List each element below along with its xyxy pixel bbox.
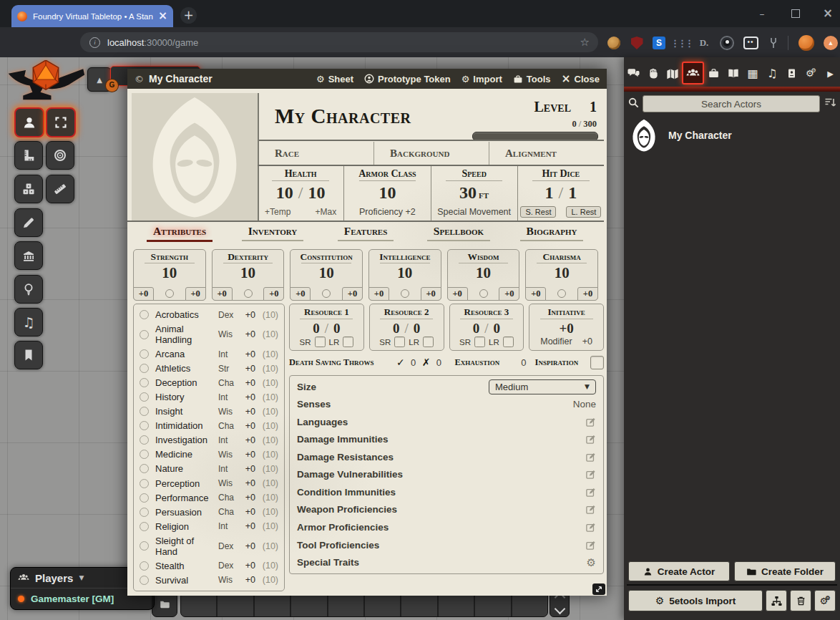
target-tool-button[interactable] — [46, 141, 74, 170]
skill-row[interactable]: Athletics Str +0 (10) — [140, 363, 278, 374]
page-down-icon[interactable] — [554, 603, 565, 614]
skill-proficiency-radio[interactable] — [140, 364, 149, 373]
window-minimize-button[interactable] — [748, 0, 776, 27]
armor-class-block[interactable]: Armor Class 10 Proficiency +2 — [343, 166, 430, 221]
skill-row[interactable]: Insight Wis +0 (10) — [140, 406, 278, 417]
speed-value[interactable]: 30ft — [459, 183, 489, 202]
ability-block[interactable]: Wisdom 10 +0 +0 — [447, 249, 520, 301]
search-actors-input[interactable] — [643, 95, 820, 112]
prototype-token-button[interactable]: Prototype Token — [364, 74, 451, 84]
save-proficiency-radio[interactable] — [165, 289, 174, 298]
sr-checkbox[interactable] — [394, 336, 405, 347]
exhaustion-value[interactable]: 0 — [521, 357, 526, 368]
initiative-modifier[interactable]: +0 — [582, 336, 592, 347]
tab-compendium[interactable] — [782, 61, 801, 85]
window-maximize-button[interactable] — [781, 0, 810, 27]
hit-dice-block[interactable]: Hit Dice 1/1 S. Rest L. Rest — [517, 166, 604, 221]
ublock-extension-icon[interactable] — [629, 35, 645, 51]
grid-extension-icon[interactable]: ⋮⋮⋮ — [673, 35, 689, 51]
edit-icon[interactable] — [585, 504, 596, 515]
create-actor-button[interactable]: Create Actor — [628, 561, 730, 581]
tab-combat[interactable] — [643, 61, 663, 85]
hp-values[interactable]: 10/10 — [276, 183, 326, 202]
tab-playlists[interactable] — [763, 61, 782, 85]
skill-row[interactable]: History Int +0 (10) — [140, 392, 278, 402]
ability-save[interactable]: +0 — [263, 287, 284, 301]
initiative-value[interactable]: +0 — [559, 321, 573, 336]
skill-proficiency-radio[interactable] — [140, 508, 149, 517]
macro-slot[interactable] — [181, 592, 218, 616]
resource-title[interactable]: Resource 3 — [464, 306, 509, 318]
window-resize-handle[interactable] — [592, 583, 605, 595]
ability-save[interactable]: +0 — [577, 287, 598, 301]
macro-slot[interactable] — [218, 592, 254, 616]
character-name[interactable]: My Character — [275, 105, 411, 128]
drawing-controls-button[interactable] — [14, 208, 43, 237]
skill-proficiency-radio[interactable] — [140, 522, 149, 531]
level-display[interactable]: Level1 — [534, 99, 597, 115]
notes-controls-button[interactable] — [14, 341, 43, 369]
save-proficiency-radio[interactable] — [244, 289, 253, 298]
lighting-controls-button[interactable] — [14, 275, 43, 304]
skill-row[interactable]: Persuasion Cha +0 (10) — [140, 507, 278, 518]
lr-checkbox[interactable] — [423, 336, 434, 347]
skill-row[interactable]: Arcana Int +0 (10) — [140, 349, 278, 359]
settings-button[interactable] — [814, 590, 836, 611]
death-successes[interactable]: 0 — [408, 357, 419, 368]
detail-field[interactable]: Race — [259, 142, 373, 165]
tab-close-icon[interactable] — [158, 11, 167, 21]
skill-proficiency-radio[interactable] — [140, 435, 149, 445]
tab-attributes[interactable]: Attributes — [133, 225, 226, 245]
ability-mod[interactable]: +0 — [133, 287, 154, 301]
ac-value[interactable]: 10 — [379, 183, 396, 202]
skill-row[interactable]: Performance Cha +0 (10) — [140, 493, 278, 503]
container-extension-icon[interactable]: •• — [743, 35, 758, 51]
sort-mode-icon[interactable] — [824, 97, 836, 109]
lr-checkbox[interactable] — [503, 336, 514, 347]
sound-controls-button[interactable] — [14, 308, 43, 336]
skill-proficiency-radio[interactable] — [140, 392, 149, 402]
skill-proficiency-radio[interactable] — [140, 541, 149, 551]
edit-icon[interactable] — [585, 487, 596, 498]
skill-row[interactable]: Deception Cha +0 (10) — [140, 377, 278, 388]
skill-proficiency-radio[interactable] — [140, 378, 149, 387]
skill-row[interactable]: Survival Wis +0 (10) — [140, 575, 278, 586]
skill-proficiency-radio[interactable] — [140, 310, 149, 319]
save-proficiency-radio[interactable] — [322, 289, 331, 298]
ability-mod[interactable]: +0 — [525, 287, 546, 301]
resource-values[interactable]: 0/0 — [313, 321, 340, 336]
skill-row[interactable]: Acrobatics Dex +0 (10) — [140, 309, 278, 320]
resource-box[interactable]: Resource 1 0/0 SR LR — [289, 304, 364, 351]
dice-controls-button[interactable] — [14, 175, 43, 203]
macro-slot[interactable] — [475, 592, 512, 616]
ability-name[interactable]: Dexterity — [228, 251, 268, 263]
ruler-tool-button[interactable] — [46, 175, 74, 203]
wall-controls-button[interactable] — [14, 241, 43, 270]
macro-slot[interactable] — [328, 592, 365, 616]
skill-row[interactable]: Sleight of Hand Dex +0 (10) — [140, 536, 278, 557]
tab-spellbook[interactable]: Spellbook — [412, 225, 505, 245]
folder-tree-button[interactable] — [766, 590, 787, 611]
character-portrait[interactable] — [132, 93, 258, 221]
ability-block[interactable]: Dexterity 10 +0 +0 — [212, 249, 285, 301]
resource-title[interactable]: Resource 1 — [304, 306, 349, 318]
inspiration-checkbox[interactable] — [590, 356, 604, 369]
edit-icon[interactable] — [585, 434, 596, 445]
skill-row[interactable]: Perception Wis +0 (10) — [140, 478, 278, 489]
skill-row[interactable]: Animal Handling Wis +0 (10) — [140, 324, 278, 345]
skill-proficiency-radio[interactable] — [140, 479, 149, 488]
5etools-import-button[interactable]: 5etools Import — [628, 590, 763, 611]
skill-proficiency-radio[interactable] — [140, 464, 149, 473]
skill-proficiency-radio[interactable] — [140, 450, 149, 459]
resource-values[interactable]: 0/0 — [473, 321, 500, 336]
window-close-button[interactable] — [814, 0, 840, 27]
ability-block[interactable]: Intelligence 10 +0 +0 — [368, 249, 441, 301]
fork-extension-icon[interactable] — [766, 35, 781, 51]
hit-dice-values[interactable]: 1/1 — [545, 183, 577, 202]
skill-proficiency-radio[interactable] — [140, 407, 149, 416]
skill-proficiency-radio[interactable] — [140, 561, 149, 571]
ability-name[interactable]: Charisma — [543, 251, 581, 263]
skill-proficiency-radio[interactable] — [140, 493, 149, 503]
macro-slot[interactable] — [255, 592, 291, 616]
ability-score[interactable]: 10 — [476, 264, 491, 282]
